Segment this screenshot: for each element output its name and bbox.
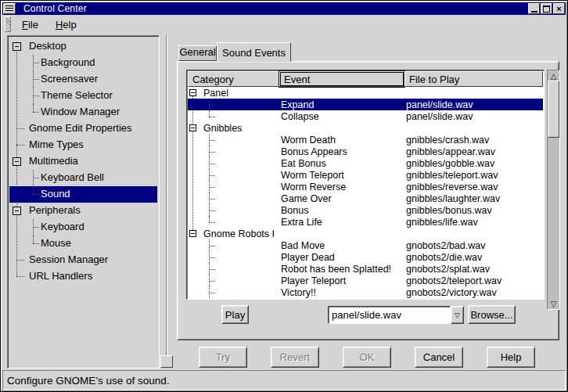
sidebar-item-theme-selector[interactable]: Theme Selector	[9, 88, 157, 104]
sidebar-item-mouse[interactable]: Mouse	[9, 236, 157, 252]
maximize-icon	[543, 5, 550, 13]
file-cell: gnibbles/bonus.wav	[406, 205, 492, 216]
sidebar-item-label: Screensaver	[41, 73, 98, 85]
sidebar-item-peripherals[interactable]: Peripherals	[9, 203, 157, 219]
column-header-category[interactable]: Category	[188, 71, 279, 87]
file-cell: gnobots2/bad.wav	[406, 240, 485, 251]
sound-events-table: Category Event File to Play PanelExpandp…	[186, 70, 545, 300]
menu-label-rest: ile	[28, 19, 38, 31]
tab-sound-events[interactable]: Sound Events	[217, 42, 291, 62]
ok-button[interactable]: OK	[343, 347, 391, 368]
table-row-event[interactable]: Eat Bonusgnibbles/gobble.wav	[188, 157, 543, 169]
help-button[interactable]: Help	[487, 347, 535, 368]
sidebar-item-window-manager[interactable]: Window Manager	[9, 104, 157, 120]
minus-glyph	[15, 210, 19, 211]
table-row-category[interactable]: Panel	[188, 87, 543, 99]
event-cell: Expand	[281, 99, 314, 110]
event-cell: Worm Death	[281, 135, 336, 146]
sidebar-item-multimedia[interactable]: Multimedia	[9, 153, 157, 170]
scrollbar-thumb[interactable]	[548, 81, 559, 138]
combo-dropdown-icon[interactable]: ▽	[451, 306, 464, 324]
table-scrollbar[interactable]: △ ▽	[547, 70, 560, 310]
tree-expander-icon[interactable]	[13, 157, 21, 166]
table-header: Category Event File to Play	[188, 71, 543, 87]
titlebar: Control Center ×	[2, 2, 566, 15]
tab-general[interactable]: General	[178, 45, 217, 61]
pane-divider	[166, 35, 167, 357]
sidebar-item-label: Desktop	[29, 40, 67, 52]
close-button[interactable]: ×	[553, 3, 565, 14]
try-button[interactable]: Try	[199, 347, 247, 368]
browse-button[interactable]: Browse...	[468, 305, 516, 324]
table-row-event[interactable]: Game Overgnibbles/laughter.wav	[188, 192, 543, 204]
table-row-event[interactable]: Worm Teleportgnibbles/teleport.wav	[188, 169, 543, 181]
table-row-event[interactable]: Collapsepanel/slide.wav	[188, 110, 543, 122]
sidebar-item-url-handlers[interactable]: URL Handlers	[9, 268, 157, 285]
sidebar-item-label: Window Manager	[41, 106, 120, 117]
sidebar-item-session-manager[interactable]: Session Manager	[9, 252, 157, 268]
table-body: PanelExpandpanel/slide.wavCollapsepanel/…	[188, 87, 543, 298]
table-row-category[interactable]: Gnome Robots I	[188, 228, 543, 239]
tree-expander-icon[interactable]	[189, 124, 196, 131]
category-label: Panel	[203, 88, 228, 99]
tree-expander-icon[interactable]	[189, 230, 196, 237]
file-cell: gnibbles/teleport.wav	[406, 170, 498, 181]
capplet-pane: General Sound Events Category Event File…	[174, 35, 563, 369]
sidebar-item-background[interactable]: Background	[9, 55, 157, 71]
sidebar-item-screensaver[interactable]: Screensaver	[9, 71, 157, 88]
close-icon: ×	[556, 5, 561, 13]
file-cell: panel/slide.wav	[406, 99, 473, 110]
table-row-event[interactable]: Extra Lifegnibbles/life.wav	[188, 216, 543, 228]
dialog-buttons-row: TryRevertOKCancelHelp	[174, 345, 563, 369]
minus-glyph	[191, 128, 195, 128]
tree-expander-icon[interactable]	[13, 207, 21, 215]
event-cell: Extra Life	[281, 217, 322, 228]
table-row-event[interactable]: Worm Deathgnibbles/crash.wav	[188, 134, 543, 146]
table-row-event[interactable]: Robot has been Splatted!gnobots2/splat.w…	[188, 263, 543, 275]
cancel-button[interactable]: Cancel	[415, 347, 463, 368]
notebook-page: Category Event File to Play PanelExpandp…	[177, 61, 559, 340]
minimize-button[interactable]	[528, 3, 540, 14]
event-cell: Worm Teleport	[281, 170, 344, 181]
menu-help[interactable]: Help	[49, 16, 83, 33]
table-row-event[interactable]: Bonusgnibbles/bonus.wav	[188, 204, 543, 216]
sidebar-item-keyboard-bell[interactable]: Keyboard Bell	[9, 170, 157, 186]
table-row-event[interactable]: Expandpanel/slide.wav	[188, 99, 543, 110]
file-cell: gnobots2/splat.wav	[406, 264, 490, 275]
sidebar-item-label: Mouse	[41, 237, 71, 249]
column-header-event[interactable]: Event	[279, 71, 404, 87]
play-button[interactable]: Play	[221, 305, 249, 324]
menubar-grip-handle[interactable]	[5, 16, 11, 32]
table-row-event[interactable]: Worm Reversegnibbles/reverse.wav	[188, 181, 543, 192]
sidebar-item-keyboard[interactable]: Keyboard	[9, 219, 157, 236]
table-row-category[interactable]: Gnibbles	[188, 122, 543, 134]
revert-button[interactable]: Revert	[271, 347, 319, 368]
sidebar-item-desktop[interactable]: Desktop	[9, 38, 157, 55]
menu-file[interactable]: File	[16, 16, 45, 33]
statusbar: Configure GNOME’s use of sound.	[2, 370, 566, 390]
minus-glyph	[15, 46, 19, 47]
file-cell: gnibbles/gobble.wav	[406, 158, 494, 169]
tree-expander-icon[interactable]	[13, 42, 21, 51]
sidebar-item-gnome-edit-properties[interactable]: Gnome Edit Properties	[9, 120, 157, 137]
menu-label-rest: elp	[63, 19, 76, 31]
sound-file-input[interactable]	[328, 306, 451, 324]
sidebar-item-label: Keyboard	[41, 221, 84, 232]
pane-resize-handle[interactable]	[160, 355, 173, 368]
sidebar-item-label: Theme Selector	[41, 89, 113, 101]
table-row-event[interactable]: Bad Movegnobots2/bad.wav	[188, 239, 543, 251]
tree-expander-icon[interactable]	[189, 89, 196, 96]
minimize-icon	[531, 11, 537, 13]
table-row-event[interactable]: Bonus Appearsgnibbles/appear.wav	[188, 146, 543, 157]
sidebar-item-mime-types[interactable]: Mime Types	[9, 137, 157, 153]
sidebar-item-label: Peripherals	[29, 204, 81, 216]
table-row-event[interactable]: Player Deadgnobots2/die.wav	[188, 251, 543, 263]
window-menu-button[interactable]	[3, 3, 16, 14]
scrollbar-up-icon[interactable]: △	[548, 70, 559, 81]
sidebar-item-sound[interactable]: Sound	[9, 186, 157, 203]
file-cell: panel/slide.wav	[406, 111, 473, 122]
table-row-event[interactable]: Player Teleportgnobots2/teleport.wav	[188, 275, 543, 286]
table-row-event[interactable]: Victory!!gnobots2/victory.wav	[188, 286, 543, 298]
column-header-file[interactable]: File to Play	[404, 71, 543, 87]
maximize-button[interactable]	[541, 3, 552, 14]
